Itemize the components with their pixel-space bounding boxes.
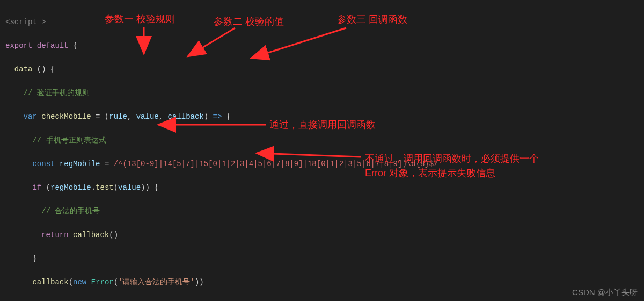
code-line: // 验证手机的规则 xyxy=(5,87,639,99)
code-line: <script > xyxy=(5,16,639,28)
code-line: var checkMobile = (rule, value, callback… xyxy=(5,111,639,123)
code-line: data () { xyxy=(5,63,639,75)
watermark: CSDN @小丫头呀 xyxy=(572,288,638,298)
code-line: if (regMobile.test(value)) { xyxy=(5,182,639,194)
code-line: callback(new Error('请输入合法的手机号')) xyxy=(5,276,639,288)
code-line: export default { xyxy=(5,40,639,52)
code-line: } xyxy=(5,253,639,264)
code-line: // 合法的手机号 xyxy=(5,205,639,217)
code-editor: <script > export default { data () { // … xyxy=(0,0,644,301)
code-line: return callback() xyxy=(5,229,639,241)
script-tag-open: <script > xyxy=(5,18,46,26)
code-line: const regMobile = /^(13[0-9]|14[5|7]|15[… xyxy=(5,158,639,170)
code-line: // 手机号正则表达式 xyxy=(5,134,639,146)
